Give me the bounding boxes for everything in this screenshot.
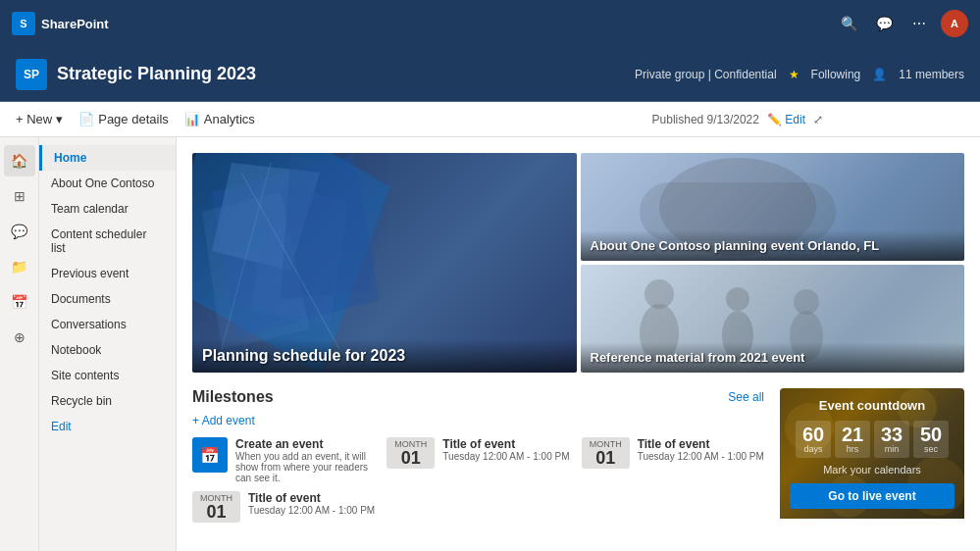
published-date: Published 9/13/2022 xyxy=(652,113,759,126)
image-tile-2[interactable]: About One Contoso planning event Orlando… xyxy=(581,153,965,261)
event-card-2[interactable]: Month 01 Title of event Tuesday 12:00 AM… xyxy=(582,437,764,483)
countdown-seconds-label: sec xyxy=(924,444,938,454)
nav-bar: 🏠 ⊞ 💬 📁 📅 ⊕ xyxy=(0,137,39,551)
sidebar-item-conversations[interactable]: Conversations xyxy=(39,312,176,337)
site-header: SP Strategic Planning 2023 Private group… xyxy=(0,47,980,102)
search-icon[interactable]: 🔍 xyxy=(835,10,862,37)
content-area: Planning schedule for 2023 About One Con… xyxy=(177,137,980,551)
new-button-label: + New xyxy=(16,112,52,126)
sidebar-item-recycle-bin[interactable]: Recycle bin xyxy=(39,388,176,414)
image-grid: Planning schedule for 2023 About One Con… xyxy=(192,153,964,373)
nav-home-icon[interactable]: 🏠 xyxy=(4,145,35,176)
countdown-days-num: 60 xyxy=(802,425,824,444)
event2-time: Tuesday 12:00 AM - 1:00 PM xyxy=(638,451,764,462)
sidebar-item-home[interactable]: Home xyxy=(39,145,176,171)
site-logo-text: SP xyxy=(24,68,39,81)
following-button[interactable]: Following xyxy=(811,68,861,81)
sidebar-item-notebook[interactable]: Notebook xyxy=(39,337,176,363)
add-event-label: + Add event xyxy=(192,414,255,427)
image-tile-1[interactable]: Planning schedule for 2023 xyxy=(192,153,577,373)
calendar-icon: 📅 xyxy=(192,437,228,473)
event2-title: Title of event xyxy=(638,437,764,451)
page-icon: 📄 xyxy=(78,112,94,126)
image-tile-3[interactable]: Reference material from 2021 event xyxy=(581,265,965,373)
new-button[interactable]: + New ▾ xyxy=(16,112,63,126)
more-icon[interactable]: ⋯ xyxy=(905,10,933,37)
countdown-seconds-num: 50 xyxy=(920,425,942,444)
analytics-button[interactable]: 📊 Analytics xyxy=(184,112,255,126)
avatar[interactable]: A xyxy=(941,10,968,37)
add-event-button[interactable]: + Add event xyxy=(192,414,764,427)
mark-calendar-text: Mark your calendars xyxy=(790,464,954,476)
nav-apps-icon[interactable]: ⊞ xyxy=(4,180,35,212)
milestones-title: Milestones xyxy=(192,388,274,406)
chat-icon[interactable]: 💬 xyxy=(870,10,898,37)
sidebar-item-edit[interactable]: Edit xyxy=(39,414,176,439)
chevron-down-icon: ▾ xyxy=(56,112,63,126)
create-event-info: Create an event When you add an event, i… xyxy=(235,437,375,483)
analytics-label: Analytics xyxy=(204,112,255,126)
event2-day: 01 xyxy=(595,449,615,467)
person-icon: 👤 xyxy=(872,68,887,81)
milestones-left: Milestones See all + Add event 📅 Create … xyxy=(192,388,764,523)
event3-info: Title of event Tuesday 12:00 AM - 1:00 P… xyxy=(248,491,764,516)
event-card-1[interactable]: Month 01 Title of event Tuesday 12:00 AM… xyxy=(387,437,569,483)
sidebar-item-team-calendar[interactable]: Team calendar xyxy=(39,196,176,222)
event-card-3[interactable]: Month 01 Title of event Tuesday 12:00 AM… xyxy=(192,491,764,523)
star-icon: ★ xyxy=(789,68,799,81)
svg-marker-3 xyxy=(281,153,388,300)
countdown-content: Event countdown 60 days 21 hrs 3 xyxy=(790,398,954,509)
nav-chat-icon[interactable]: 💬 xyxy=(4,216,35,247)
command-bar: + New ▾ 📄 Page details 📊 Analytics Publi… xyxy=(0,102,980,137)
sidebar-item-content-scheduler[interactable]: Content scheduler list xyxy=(39,222,176,261)
edit-link[interactable]: ✏️ Edit xyxy=(767,113,805,126)
event3-date-badge: Month 01 xyxy=(192,491,240,523)
countdown-days-label: days xyxy=(803,444,822,454)
nav-calendar-icon[interactable]: 📅 xyxy=(4,286,35,318)
page-details-label: Page details xyxy=(98,112,169,126)
go-live-button[interactable]: Go to live event xyxy=(790,483,954,509)
event1-info: Title of event Tuesday 12:00 AM - 1:00 P… xyxy=(442,437,569,462)
top-bar-right: 🔍 💬 ⋯ A xyxy=(835,10,968,37)
published-info: Published 9/13/2022 ✏️ Edit ⤢ xyxy=(652,113,823,126)
events-row-2: Month 01 Title of event Tuesday 12:00 AM… xyxy=(192,491,764,523)
countdown-minutes: 33 min xyxy=(874,421,909,458)
countdown-hours: 21 hrs xyxy=(835,421,870,458)
countdown-days: 60 days xyxy=(796,421,831,458)
sidebar-item-site-contents[interactable]: Site contents xyxy=(39,363,176,388)
countdown-minutes-label: min xyxy=(885,444,900,454)
sidebar-item-about[interactable]: About One Contoso xyxy=(39,171,176,196)
expand-icon[interactable]: ⤢ xyxy=(813,113,823,126)
tile1-title: Planning schedule for 2023 xyxy=(202,347,567,365)
sp-icon: S xyxy=(12,12,35,35)
see-all-link[interactable]: See all xyxy=(728,390,764,404)
countdown-bg: Event countdown 60 days 21 hrs 3 xyxy=(780,388,964,519)
tile2-title: About One Contoso planning event Orlando… xyxy=(591,238,955,253)
analytics-icon: 📊 xyxy=(184,112,200,126)
site-header-right: Private group | Confidential ★ Following… xyxy=(635,68,964,81)
page-details-button[interactable]: 📄 Page details xyxy=(78,112,169,126)
countdown-numbers: 60 days 21 hrs 33 min xyxy=(790,421,954,458)
site-logo-badge: SP xyxy=(16,59,47,90)
countdown-title: Event countdown xyxy=(790,398,954,413)
members-count[interactable]: 11 members xyxy=(899,68,964,81)
sidebar: Home About One Contoso Team calendar Con… xyxy=(39,137,177,551)
event3-time: Tuesday 12:00 AM - 1:00 PM xyxy=(248,505,764,516)
nav-docs-icon[interactable]: 📁 xyxy=(4,251,35,282)
create-event-desc: When you add an event, it will show from… xyxy=(235,451,375,483)
create-event-card: 📅 Create an event When you add an event,… xyxy=(192,437,375,483)
countdown-minutes-num: 33 xyxy=(881,425,903,444)
sharepoint-logo: S SharePoint xyxy=(12,12,109,35)
countdown-hours-num: 21 xyxy=(842,425,863,444)
event1-day: 01 xyxy=(401,449,421,467)
svg-point-10 xyxy=(726,287,749,311)
sidebar-item-previous-event[interactable]: Previous event xyxy=(39,261,176,286)
event3-day: 01 xyxy=(206,503,226,521)
create-event-title: Create an event xyxy=(235,437,375,451)
events-row-1: 📅 Create an event When you add an event,… xyxy=(192,437,764,483)
privacy-label: Private group | Confidential xyxy=(635,68,777,81)
sidebar-item-documents[interactable]: Documents xyxy=(39,286,176,312)
countdown-seconds: 50 sec xyxy=(913,421,949,458)
nav-more-icon[interactable]: ⊕ xyxy=(4,322,35,353)
tile2-overlay: About One Contoso planning event Orlando… xyxy=(581,230,965,261)
